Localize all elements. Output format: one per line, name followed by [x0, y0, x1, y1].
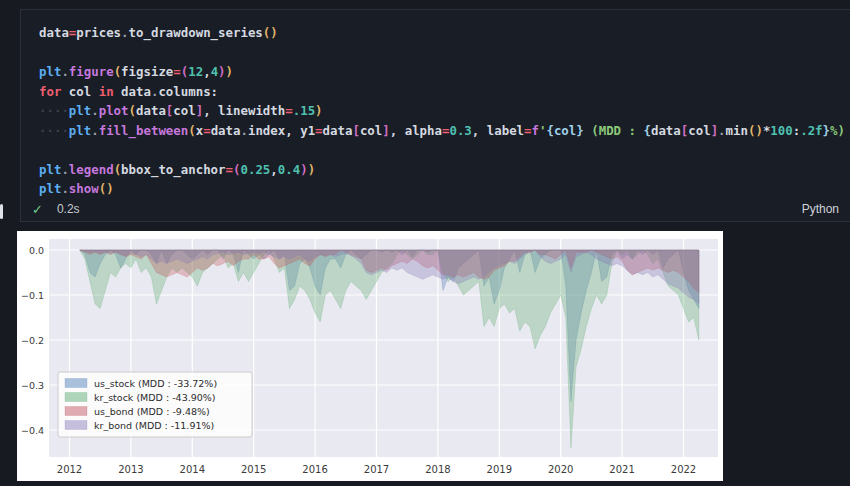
code-token: ) [308, 162, 315, 177]
code-token: ( [129, 103, 136, 118]
code-token: min [726, 123, 748, 138]
code-token: ) [226, 64, 233, 79]
code-token: . [121, 25, 128, 40]
code-token: . [61, 64, 68, 79]
code-token: data [39, 25, 69, 40]
code-token: in [99, 84, 114, 99]
code-token: 0.25 [240, 162, 270, 177]
code-token: bbox_to_anchor [121, 162, 225, 177]
code-token: , label [472, 123, 524, 138]
legend-label-kr_bond: kr_bond (MDD : -11.91%) [94, 420, 214, 431]
code-line: for col in data.columns: [39, 82, 850, 102]
code-line [39, 140, 850, 160]
x-tick-label: 2014 [180, 464, 205, 475]
x-tick-label: 2022 [671, 464, 696, 475]
code-token: .15 [293, 103, 315, 118]
x-tick-label: 2015 [241, 464, 266, 475]
y-tick-label: −0.2 [21, 335, 44, 346]
code-token: { [643, 123, 650, 138]
code-token: , alpha [390, 123, 442, 138]
code-token: () [99, 181, 114, 196]
code-token: = [524, 123, 531, 138]
code-line: plt.legend(bbox_to_anchor=(0.25,0.4)) [39, 160, 850, 180]
drawdown-area-chart: 0.0−0.1−0.2−0.3−0.4201220132014201520162… [17, 231, 723, 481]
code-token: figsize [121, 64, 173, 79]
code-token: .2f [800, 123, 822, 138]
legend-swatch-kr_bond [65, 421, 87, 430]
x-tick-label: 2016 [302, 464, 327, 475]
code-token: , linewidth [203, 103, 285, 118]
code-token: ···· [39, 103, 69, 118]
code-token: for [39, 84, 61, 99]
code-editor[interactable]: data=prices.to_drawdown_series()plt.figu… [39, 23, 850, 199]
code-token: ( [114, 64, 121, 79]
code-token: 12 [188, 64, 203, 79]
legend-label-us_bond: us_bond (MDD : -9.48%) [94, 406, 210, 417]
code-token: %) [830, 123, 845, 138]
code-token: col [688, 123, 710, 138]
code-token: ···· [39, 123, 69, 138]
code-token: f [532, 123, 539, 138]
success-check-icon: ✓ [32, 202, 43, 217]
code-token: show [69, 181, 99, 196]
code-token: plt [39, 64, 61, 79]
code-token: ( [114, 162, 121, 177]
code-token: . [240, 123, 247, 138]
code-token: = [315, 123, 322, 138]
legend-swatch-kr_stock [65, 393, 87, 402]
code-token: , [203, 64, 210, 79]
kernel-language-label[interactable]: Python [802, 202, 839, 216]
x-tick-label: 2012 [57, 464, 82, 475]
code-token: ( [188, 123, 195, 138]
code-token: plt [39, 162, 61, 177]
code-token: to_drawdown_series [129, 25, 263, 40]
legend-label-kr_stock: kr_stock (MDD : -43.90%) [94, 392, 216, 403]
code-token: [ [352, 123, 359, 138]
code-token: = [285, 103, 292, 118]
y-tick-label: −0.4 [21, 425, 44, 436]
code-line: plt.figure(figsize=(12,4)) [39, 62, 850, 82]
code-token: plt [39, 181, 61, 196]
code-token: index [248, 123, 285, 138]
code-token: } [823, 123, 830, 138]
x-tick-label: 2017 [364, 464, 389, 475]
legend-label-us_stock: us_stock (MDD : -33.72%) [94, 378, 217, 389]
code-token: figure [69, 64, 114, 79]
code-token: () [263, 25, 278, 40]
code-token: , y1 [285, 123, 315, 138]
code-line: plt.show() [39, 179, 850, 199]
code-token: columns: [158, 84, 218, 99]
cell-focus-indicator [0, 204, 3, 219]
code-token: legend [69, 162, 114, 177]
code-token: 0.3 [449, 123, 471, 138]
x-tick-label: 2013 [118, 464, 143, 475]
code-token: plt [69, 123, 91, 138]
code-token: col [173, 103, 195, 118]
code-token: plt [69, 103, 91, 118]
code-token: 100 [770, 123, 792, 138]
cell-status-bar: ✓ 0.2s Python [21, 197, 850, 221]
code-token: data [136, 103, 166, 118]
notebook-code-cell[interactable]: data=prices.to_drawdown_series()plt.figu… [20, 9, 850, 222]
code-token: = [203, 123, 210, 138]
x-tick-label: 2018 [425, 464, 450, 475]
x-tick-label: 2019 [487, 464, 512, 475]
code-token: . [61, 181, 68, 196]
code-token: 0.4 [278, 162, 300, 177]
x-tick-label: 2020 [548, 464, 573, 475]
code-line: ····plt.plot(data[col], linewidth=.15) [39, 101, 850, 121]
code-line: ····plt.fill_between(x=data.index, y1=da… [39, 121, 850, 141]
code-token: () [748, 123, 763, 138]
legend-swatch-us_stock [65, 379, 87, 388]
code-token: ] [711, 123, 718, 138]
code-token: data [211, 123, 241, 138]
code-token: . [718, 123, 725, 138]
code-token: col [61, 84, 98, 99]
code-token: ) [300, 162, 307, 177]
code-token: . [91, 123, 98, 138]
code-line [39, 43, 850, 63]
y-tick-label: −0.1 [21, 290, 44, 301]
code-token: data [651, 123, 681, 138]
code-token: = [173, 64, 180, 79]
code-token: ] [382, 123, 389, 138]
